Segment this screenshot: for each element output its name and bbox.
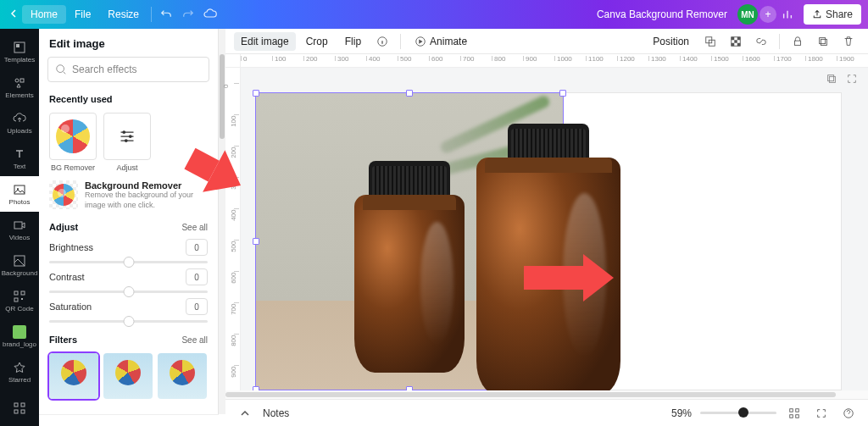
annotation-arrow-icon: [524, 254, 614, 302]
svg-rect-4: [14, 185, 25, 194]
svg-point-2: [15, 79, 19, 82]
contrast-slider[interactable]: Contrast0: [39, 265, 218, 295]
svg-rect-31: [820, 37, 826, 43]
bg-remover-thumb[interactable]: BG Remover: [49, 113, 97, 172]
canvas-horizontal-scrollbar[interactable]: [225, 390, 868, 399]
transparency-icon[interactable]: [725, 30, 747, 53]
svg-rect-26: [737, 36, 741, 40]
zoom-value: 59%: [671, 407, 692, 419]
ruler-vertical: 0100200300400500600700800900: [225, 68, 241, 399]
background-remover-card[interactable]: Background Remover Remove the background…: [49, 180, 208, 210]
flip-button[interactable]: Flip: [338, 32, 368, 51]
delete-icon[interactable]: [837, 30, 860, 53]
lock-icon[interactable]: [787, 30, 809, 53]
duplicate-icon[interactable]: [812, 30, 834, 53]
search-input[interactable]: Search effects: [47, 57, 209, 82]
svg-rect-25: [732, 36, 735, 40]
svg-rect-10: [14, 298, 18, 302]
left-rail: Templates Elements Uploads Text Photos V…: [0, 29, 39, 426]
svg-rect-12: [14, 403, 18, 407]
add-collaborator-button[interactable]: +: [760, 6, 776, 23]
svg-rect-35: [790, 408, 793, 412]
rail-starred[interactable]: Starred: [0, 355, 39, 390]
side-panel: Edit image Search effects Recently used …: [39, 29, 219, 414]
undo-icon[interactable]: [155, 3, 177, 25]
share-label: Share: [826, 8, 853, 20]
position-button[interactable]: Position: [646, 32, 696, 51]
redo-icon[interactable]: [177, 3, 199, 25]
file-menu[interactable]: File: [66, 8, 99, 20]
animate-icon: [415, 36, 426, 47]
filters-see-all[interactable]: See all: [181, 335, 208, 345]
home-button[interactable]: Home: [22, 5, 66, 24]
saturation-slider[interactable]: Saturation0: [39, 295, 218, 324]
duplicate-page-icon[interactable]: [826, 73, 837, 85]
svg-rect-30: [795, 41, 801, 45]
svg-point-16: [57, 65, 64, 73]
bg-remover-desc: Remove the background of your image with…: [85, 191, 208, 210]
grid-view-icon[interactable]: [785, 404, 804, 423]
svg-rect-32: [821, 39, 826, 45]
info-icon[interactable]: [371, 30, 393, 53]
expand-page-icon[interactable]: [846, 73, 858, 85]
brightness-slider[interactable]: Brightness0: [39, 235, 218, 265]
copy-style-icon[interactable]: [699, 30, 721, 53]
chevron-up-icon[interactable]: [236, 404, 254, 423]
ruler-corner: [225, 54, 241, 68]
rail-uploads[interactable]: Uploads: [0, 105, 39, 141]
svg-rect-29: [737, 42, 741, 46]
svg-rect-38: [796, 414, 799, 418]
zoom-slider[interactable]: [700, 412, 776, 414]
filters-section-label: Filters See all: [39, 331, 218, 348]
rail-more[interactable]: [0, 390, 39, 426]
svg-rect-13: [21, 403, 25, 407]
rail-text[interactable]: Text: [0, 141, 39, 176]
rail-photos[interactable]: Photos: [0, 176, 39, 212]
rail-background[interactable]: Background: [0, 248, 39, 284]
search-placeholder: Search effects: [72, 64, 137, 75]
document-title[interactable]: Canva Background Remover: [597, 8, 727, 20]
crop-button[interactable]: Crop: [299, 32, 335, 51]
bottom-bar: Notes 59%: [225, 399, 868, 426]
edit-image-button[interactable]: Edit image: [234, 32, 296, 51]
animate-button[interactable]: Animate: [408, 32, 474, 51]
canvas-toolbar: Edit image Crop Flip Animate Position: [225, 29, 868, 54]
svg-rect-15: [21, 410, 25, 413]
resize-menu[interactable]: Resize: [99, 8, 147, 20]
search-icon: [55, 64, 67, 75]
link-icon[interactable]: [750, 30, 772, 53]
fullscreen-icon[interactable]: [812, 404, 831, 423]
adjust-thumb[interactable]: Adjust: [103, 113, 151, 172]
ruler-horizontal: 0100200300400500600700800900100011001200…: [241, 54, 868, 68]
cloud-sync-icon[interactable]: [199, 3, 221, 25]
svg-rect-9: [21, 291, 25, 295]
avatar[interactable]: MN: [737, 4, 758, 25]
svg-rect-33: [828, 75, 834, 81]
filter-thumb[interactable]: [103, 353, 153, 399]
sliders-icon: [119, 128, 136, 145]
rail-videos[interactable]: Videos: [0, 212, 39, 247]
filter-thumb[interactable]: [49, 353, 98, 399]
rail-qrcode[interactable]: QR Code: [0, 284, 39, 319]
svg-rect-3: [20, 79, 24, 82]
svg-rect-34: [829, 76, 835, 82]
rail-templates[interactable]: Templates: [0, 34, 39, 69]
rail-brand-logo[interactable]: brand_logo: [0, 319, 39, 355]
recently-used-label: Recently used: [39, 91, 218, 108]
filter-thumb[interactable]: [158, 353, 207, 399]
panel-title: Edit image: [39, 29, 218, 57]
adjust-see-all[interactable]: See all: [181, 223, 208, 232]
adjust-section-label: Adjust See all: [39, 219, 218, 235]
back-icon[interactable]: [7, 8, 22, 20]
canvas-area[interactable]: [241, 68, 868, 399]
svg-rect-6: [14, 222, 22, 229]
notes-button[interactable]: Notes: [263, 407, 289, 419]
insights-icon[interactable]: [776, 3, 798, 25]
svg-point-18: [129, 135, 132, 138]
svg-rect-11: [21, 298, 23, 300]
share-button[interactable]: Share: [804, 4, 861, 25]
design-page[interactable]: [256, 93, 841, 390]
svg-rect-28: [732, 42, 735, 46]
rail-elements[interactable]: Elements: [0, 69, 39, 105]
help-icon[interactable]: [839, 404, 858, 423]
